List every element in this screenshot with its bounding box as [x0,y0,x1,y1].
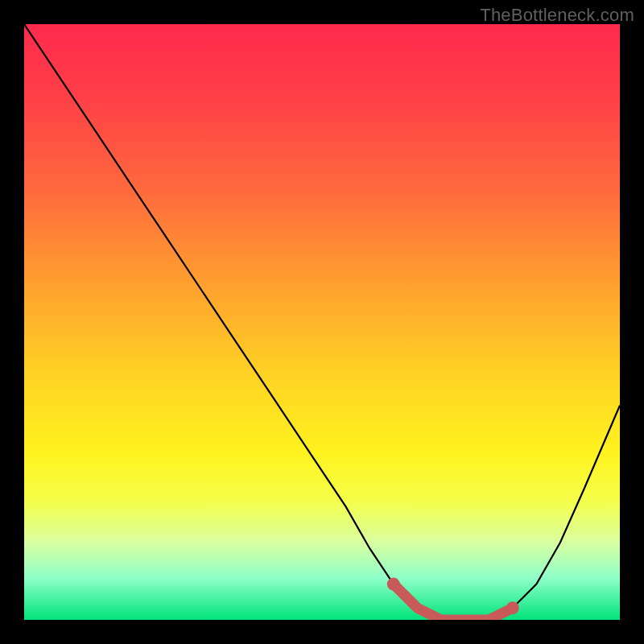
watermark-text: TheBottleneck.com [480,5,634,26]
chart-frame: TheBottleneck.com [0,0,644,644]
plot-area [24,24,620,620]
background-gradient [24,24,620,620]
